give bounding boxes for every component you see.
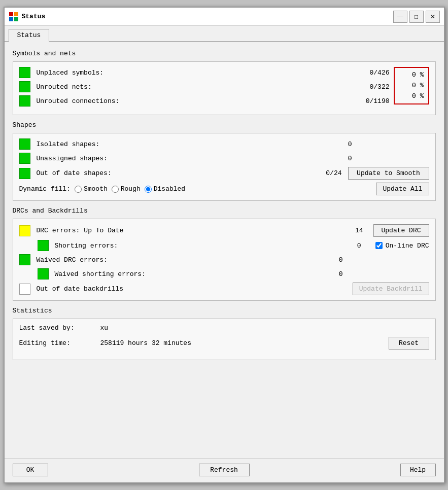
- update-drc-button[interactable]: Update DRC: [373, 224, 429, 237]
- isolated-shapes-label: Isolated shapes:: [37, 141, 322, 148]
- svg-rect-1: [14, 12, 18, 16]
- svg-rect-0: [9, 12, 13, 16]
- unassigned-shapes-label: Unassigned shapes:: [37, 155, 322, 162]
- statistics-label: Statistics: [13, 307, 436, 314]
- radio-disabled-label: Disabled: [154, 185, 185, 193]
- unrouted-nets-row: Unrouted nets: 0/322: [19, 81, 394, 92]
- shorting-errors-label: Shorting errors:: [55, 242, 341, 250]
- unrouted-nets-label: Unrouted nets:: [37, 83, 359, 91]
- content-area: Symbols and nets Unplaced symbols: 0/426…: [5, 42, 444, 458]
- isolated-shapes-indicator: [19, 138, 30, 150]
- waived-shorting-indicator: [38, 268, 49, 279]
- ok-button[interactable]: OK: [13, 464, 48, 476]
- unrouted-connections-value: 0/1190: [359, 97, 390, 105]
- unrouted-connections-indicator: [19, 95, 30, 107]
- shapes-label: Shapes: [13, 121, 436, 129]
- out-of-date-shapes-indicator: [19, 168, 30, 179]
- drc-errors-indicator: [19, 225, 30, 236]
- title-bar: Status — □ ✕: [5, 8, 444, 26]
- unrouted-nets-indicator: [19, 81, 30, 92]
- update-backdrill-button[interactable]: Update Backdrill: [353, 283, 429, 295]
- percent-box: 0 % 0 % 0 %: [394, 67, 429, 104]
- unplaced-symbols-row: Unplaced symbols: 0/426: [19, 67, 394, 78]
- update-all-button[interactable]: Update All: [376, 183, 429, 195]
- last-saved-value: xu: [100, 324, 109, 332]
- drc-errors-sublabel: Up To Date: [84, 227, 123, 234]
- unassigned-shapes-indicator: [19, 153, 30, 164]
- symbols-nets-box: Unplaced symbols: 0/426 Unrouted nets: 0…: [13, 61, 436, 115]
- editing-time-row: Editing time: 258119 hours 32 minutes Re…: [19, 337, 429, 349]
- window-title: Status: [22, 13, 393, 20]
- waived-drc-value: 0: [323, 256, 343, 264]
- radio-smooth-option[interactable]: Smooth: [75, 185, 108, 193]
- unplaced-symbols-label: Unplaced symbols:: [37, 69, 359, 77]
- drcs-label: DRCs and Backdrills: [13, 207, 436, 215]
- refresh-button[interactable]: Refresh: [199, 464, 250, 476]
- unassigned-shapes-row: Unassigned shapes: 0: [19, 153, 429, 164]
- editing-time-label: Editing time:: [19, 339, 100, 347]
- minimize-button[interactable]: —: [393, 11, 407, 23]
- tab-bar: Status: [5, 26, 444, 42]
- dynamic-fill-label: Dynamic fill:: [19, 185, 71, 193]
- unplaced-symbols-indicator: [19, 67, 30, 78]
- radio-rough-label: Rough: [121, 185, 141, 193]
- online-drc-label: On-line DRC: [386, 242, 429, 250]
- svg-rect-2: [9, 17, 13, 21]
- statistics-box: Last saved by: xu Editing time: 258119 h…: [13, 319, 436, 360]
- out-of-date-shapes-value: 0/24: [312, 169, 342, 177]
- tab-status[interactable]: Status: [9, 29, 50, 42]
- radio-rough-option[interactable]: Rough: [112, 185, 141, 193]
- out-of-date-shapes-label: Out of date shapes:: [37, 169, 312, 177]
- drc-errors-value: 14: [355, 227, 363, 234]
- last-saved-label: Last saved by:: [19, 324, 100, 332]
- radio-smooth-label: Smooth: [84, 185, 108, 193]
- unrouted-nets-value: 0/322: [359, 83, 390, 91]
- radio-rough[interactable]: [112, 186, 119, 193]
- close-button[interactable]: ✕: [426, 11, 440, 23]
- svg-rect-3: [14, 17, 18, 21]
- backdrills-label: Out of date backdrills: [37, 285, 353, 293]
- isolated-shapes-value: 0: [322, 141, 352, 148]
- unrouted-connections-label: Unrouted connections:: [37, 97, 359, 105]
- drc-errors-label: DRC errors:: [37, 227, 80, 234]
- maximize-button[interactable]: □: [409, 11, 424, 23]
- help-button[interactable]: Help: [400, 464, 436, 476]
- window-controls: — □ ✕: [393, 11, 440, 23]
- waived-drc-label: Waived DRC errors:: [37, 256, 323, 264]
- radio-disabled-option[interactable]: Disabled: [145, 185, 185, 193]
- unplaced-symbols-value: 0/426: [359, 69, 390, 77]
- radio-smooth[interactable]: [75, 186, 82, 193]
- app-icon: [9, 12, 19, 22]
- unrouted-nets-percent: 0 %: [412, 81, 424, 91]
- shapes-box: Isolated shapes: 0 Unassigned shapes: 0 …: [13, 133, 436, 201]
- editing-time-value: 258119 hours 32 minutes: [100, 339, 389, 347]
- unrouted-connections-row: Unrouted connections: 0/1190: [19, 95, 394, 107]
- main-window: Status — □ ✕ Status Symbols and nets Unp…: [4, 7, 445, 483]
- update-to-smooth-button[interactable]: Update to Smooth: [348, 167, 429, 180]
- symbols-nets-label: Symbols and nets: [13, 50, 436, 57]
- drcs-box: DRC errors: Up To Date 14 Update DRC Sho…: [13, 219, 436, 301]
- reset-button[interactable]: Reset: [389, 337, 429, 349]
- last-saved-row: Last saved by: xu: [19, 324, 429, 332]
- waived-shorting-label: Waived shorting errors:: [55, 270, 323, 278]
- online-drc-checkbox[interactable]: [375, 242, 383, 249]
- waived-shorting-value: 0: [323, 270, 343, 278]
- shorting-errors-value: 0: [341, 242, 361, 250]
- footer: OK Refresh Help: [5, 458, 444, 482]
- dynamic-fill-row: Dynamic fill: Smooth Rough Disabled Upda…: [19, 183, 429, 195]
- out-of-date-shapes-row: Out of date shapes: 0/24 Update to Smoot…: [19, 167, 429, 180]
- backdrills-indicator: [19, 284, 30, 295]
- isolated-shapes-row: Isolated shapes: 0: [19, 138, 429, 150]
- waived-drc-indicator: [19, 254, 30, 265]
- unassigned-shapes-value: 0: [322, 155, 352, 162]
- shorting-errors-indicator: [38, 240, 49, 251]
- unplaced-percent: 0 %: [412, 70, 424, 81]
- radio-disabled[interactable]: [145, 186, 152, 193]
- unrouted-conn-percent: 0 %: [412, 91, 424, 102]
